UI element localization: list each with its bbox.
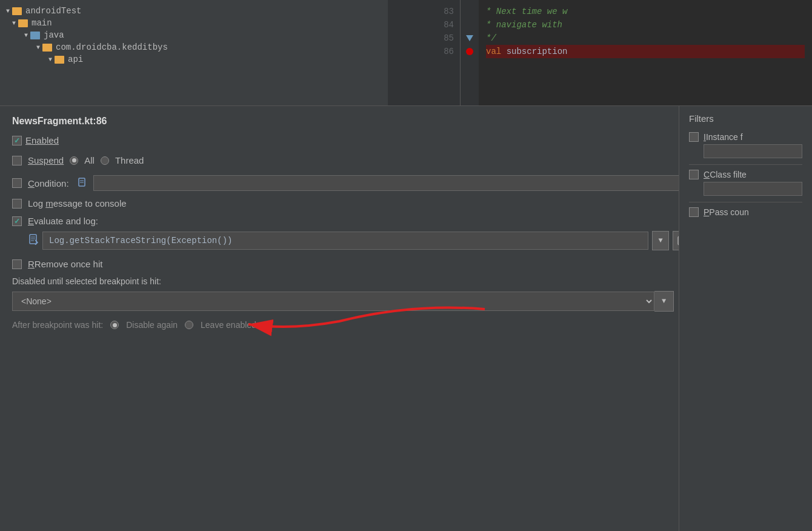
- log-message-checkbox[interactable]: [12, 199, 22, 209]
- code-text: subscription: [507, 47, 568, 56]
- instance-filter-input[interactable]: [704, 144, 802, 158]
- gutter-83: [465, 5, 474, 18]
- tree-label: com.droidcba.kedditbys: [56, 42, 168, 52]
- main-layout: NewsFragment.kt:86 Enabled Suspend All T…: [0, 106, 812, 531]
- after-hit-label: After breakpoint was hit:: [12, 320, 103, 330]
- code-line-84: * navigate with: [486, 18, 805, 32]
- log-message-text: Log message to console: [28, 198, 127, 209]
- condition-underline: C: [28, 178, 35, 189]
- line-num-83: 83: [388, 5, 460, 18]
- remove-once-checkbox[interactable]: [12, 259, 22, 269]
- line-num-85: 85: [388, 32, 460, 45]
- instance-filter-label: IInstance f: [704, 132, 802, 142]
- code-line-83: * Next time we w: [486, 5, 805, 18]
- class-filter-section: CClass filte: [704, 170, 802, 196]
- tree-item-androidtest[interactable]: ▼ androidTest: [0, 5, 388, 17]
- arrow-icon: ▼: [24, 32, 28, 39]
- tree-item-package[interactable]: ▼ com.droidcba.kedditbys: [0, 41, 388, 53]
- code-editor-top: ▼ androidTest ▼ main ▼ java ▼ com.droidc…: [0, 0, 812, 106]
- condition-checkbox[interactable]: [12, 178, 22, 188]
- tree-label: api: [68, 55, 83, 64]
- instance-filter-checkbox[interactable]: [689, 132, 699, 142]
- folder-icon: [42, 44, 52, 52]
- condition-rest: ondition:: [35, 178, 69, 189]
- line-num-84: 84: [388, 18, 460, 32]
- evaluate-checkbox[interactable]: [12, 216, 22, 226]
- folder-icon: [55, 56, 64, 64]
- arrow-icon: ▼: [6, 8, 10, 15]
- arrow-icon: ▼: [36, 44, 40, 51]
- tree-label: java: [44, 30, 64, 40]
- tree-label: androidTest: [25, 6, 81, 16]
- line-num-86: 86: [388, 45, 460, 58]
- code-doc-icon: [29, 234, 39, 248]
- arrow-icon: ▼: [48, 56, 52, 63]
- pass-count-label: PPass coun: [704, 207, 802, 217]
- code-content: * Next time we w * navigate with */ val …: [479, 0, 812, 105]
- suspend-text: Suspend: [28, 155, 64, 165]
- all-text: All: [84, 155, 95, 165]
- condition-file-icon: [78, 178, 87, 189]
- filters-title: Filters: [689, 113, 802, 124]
- filters-panel: Filters IInstance f CClass filte: [679, 106, 812, 531]
- code-keyword: val: [486, 47, 501, 56]
- evaluate-text: Evaluate and log:: [28, 216, 98, 226]
- suspend-checkbox[interactable]: [12, 156, 22, 165]
- gutter-85: [465, 32, 474, 45]
- class-filter-input[interactable]: [704, 182, 802, 196]
- line-numbers: 83 84 85 86: [388, 0, 461, 105]
- tree-item-java[interactable]: ▼ java: [0, 29, 388, 41]
- class-filter-checkbox[interactable]: [689, 170, 699, 179]
- enabled-text: Enabled: [25, 135, 59, 145]
- thread-text: Thread: [115, 155, 144, 165]
- folder-blue-icon: [30, 32, 40, 39]
- remove-once-text: RRemove once hit: [28, 259, 102, 269]
- file-tree: ▼ androidTest ▼ main ▼ java ▼ com.droidc…: [0, 0, 388, 105]
- instance-filter-section: IInstance f: [704, 132, 802, 158]
- leave-enabled-label: Leave enabled: [201, 320, 256, 330]
- folder-icon: [12, 7, 22, 15]
- leave-enabled-radio[interactable]: [185, 321, 193, 329]
- select-dropdown-button[interactable]: ▼: [654, 291, 674, 312]
- enabled-checkbox[interactable]: [12, 136, 22, 145]
- bookmark-icon: [466, 35, 473, 41]
- thread-radio[interactable]: [101, 156, 109, 165]
- pass-count-item: PPass coun: [689, 207, 802, 217]
- class-filter-label: CClass filte: [704, 170, 802, 179]
- gutter-86: [465, 45, 474, 58]
- enabled-label[interactable]: Enabled: [12, 135, 59, 145]
- code-comment: */: [486, 33, 496, 43]
- code-comment: * navigate with: [486, 20, 562, 30]
- filters-separator: [689, 164, 802, 165]
- pass-count-checkbox[interactable]: [689, 207, 699, 217]
- all-radio[interactable]: [70, 156, 78, 165]
- pass-count-section: PPass coun: [704, 207, 802, 217]
- instance-filter-item: IInstance f: [689, 132, 802, 158]
- class-filter-item: CClass filte: [689, 170, 802, 196]
- evaluate-code-input[interactable]: [42, 232, 648, 250]
- gutter-84: [465, 18, 474, 32]
- gutter-area: [461, 0, 479, 105]
- evaluate-dropdown-button[interactable]: ▼: [652, 231, 669, 250]
- tree-item-api[interactable]: ▼ api: [0, 53, 388, 65]
- tree-label: main: [32, 18, 52, 28]
- disable-again-radio[interactable]: [110, 321, 119, 329]
- arrow-icon: ▼: [12, 20, 16, 27]
- condition-label: Condition:: [28, 178, 69, 189]
- code-line-85: */: [486, 32, 805, 45]
- disable-again-label: Disable again: [126, 320, 178, 330]
- code-comment: * Next time we w: [486, 7, 567, 16]
- folder-icon: [18, 19, 28, 27]
- none-select[interactable]: <None>: [12, 292, 654, 311]
- filters-separator-2: [689, 202, 802, 202]
- breakpoint-icon[interactable]: [466, 48, 473, 55]
- code-line-86: val subscription: [486, 45, 805, 58]
- tree-item-main[interactable]: ▼ main: [0, 17, 388, 29]
